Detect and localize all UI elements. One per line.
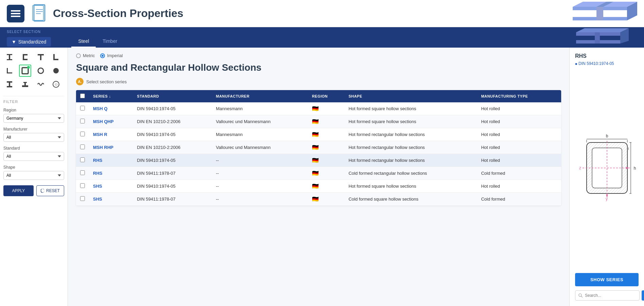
col-shape: SHAPE bbox=[345, 90, 477, 102]
content-area: Metric Imperial Square and Rectangular H… bbox=[68, 48, 569, 306]
rhs-standard: DIN 59410:1974-05 bbox=[575, 61, 639, 66]
table-row: RHS DIN 59410:1974-05 -- 🇩🇪 Hot formed r… bbox=[76, 154, 561, 167]
row-region-3: 🇩🇪 bbox=[308, 141, 345, 154]
row-checkbox-cell[interactable] bbox=[76, 167, 89, 180]
table-row: MSH R DIN 59410:1974-05 Mannesmann 🇩🇪 Ho… bbox=[76, 128, 561, 141]
shape-square-hollow[interactable] bbox=[19, 65, 31, 77]
row-standard-5: DIN 59411:1978-07 bbox=[133, 167, 212, 180]
row-checkbox-0[interactable] bbox=[80, 106, 85, 111]
filter-standard-select[interactable]: All DIN 59410:1974-05 DIN EN 10210-2:200… bbox=[3, 152, 64, 161]
shape-z-section[interactable] bbox=[3, 78, 16, 90]
shape-i-beam[interactable] bbox=[3, 51, 16, 63]
filter-region-select[interactable]: Germany All USA UK bbox=[3, 114, 64, 123]
row-region-1: 🇩🇪 bbox=[308, 115, 345, 128]
row-series-6[interactable]: SHS bbox=[89, 180, 133, 193]
tab-timber[interactable]: Timber bbox=[96, 36, 124, 48]
shape-t-section[interactable] bbox=[35, 51, 47, 63]
apply-button[interactable]: APPLY bbox=[3, 185, 34, 196]
row-series-1[interactable]: MSH QHP bbox=[89, 115, 133, 128]
row-manufacturer-6: -- bbox=[212, 180, 308, 193]
row-checkbox-5[interactable] bbox=[80, 170, 85, 175]
row-shape-2: Hot formed rectangular hollow sections bbox=[345, 128, 477, 141]
row-standard-7: DIN 59411:1978-07 bbox=[133, 193, 212, 206]
svg-text:⚇: ⚇ bbox=[55, 83, 58, 86]
row-checkbox-6[interactable] bbox=[80, 183, 85, 188]
table-row: MSH QHP DIN EN 10210-2:2006 Vallourec un… bbox=[76, 115, 561, 128]
shape-solid-circle[interactable] bbox=[50, 65, 62, 77]
imperial-radio-group: Imperial bbox=[100, 53, 123, 58]
row-standard-4: DIN 59410:1974-05 bbox=[133, 154, 212, 167]
shape-wave[interactable] bbox=[35, 78, 47, 90]
reset-label: RESET bbox=[46, 188, 60, 193]
svg-rect-3 bbox=[11, 16, 20, 17]
row-manufacturing-2: Hot rolled bbox=[477, 128, 561, 141]
row-standard-2: DIN 59410:1974-05 bbox=[133, 128, 212, 141]
select-all-header[interactable] bbox=[76, 90, 89, 102]
col-manufacturing: MANUFACTURING TYPE bbox=[477, 90, 561, 102]
row-region-4: 🇩🇪 bbox=[308, 154, 345, 167]
row-checkbox-cell[interactable] bbox=[76, 180, 89, 193]
col-series[interactable]: SERIES ↓ bbox=[89, 90, 133, 102]
shape-base-plate[interactable] bbox=[19, 78, 31, 90]
page-title: Cross-Section Properties bbox=[53, 7, 183, 20]
book-icon bbox=[31, 3, 48, 24]
row-series-5[interactable]: RHS bbox=[89, 167, 133, 180]
row-checkbox-7[interactable] bbox=[80, 196, 85, 201]
row-series-2[interactable]: MSH R bbox=[89, 128, 133, 141]
row-manufacturer-1: Vallourec und Mannesmann bbox=[212, 115, 308, 128]
show-series-button[interactable]: SHOW SERIES bbox=[575, 273, 639, 286]
reset-button[interactable]: RESET bbox=[36, 185, 64, 196]
svg-point-34 bbox=[53, 68, 59, 73]
right-panel: RHS DIN 59410:1974-05 b h r𝑖 t bbox=[569, 48, 644, 306]
row-series-7[interactable]: SHS bbox=[89, 193, 133, 206]
shape-angle[interactable] bbox=[3, 65, 16, 77]
row-checkbox-cell[interactable] bbox=[76, 102, 89, 115]
svg-rect-1 bbox=[11, 10, 20, 12]
filter-manufacturer-select[interactable]: All Mannesmann Vallourec und Mannesmann bbox=[3, 133, 64, 142]
row-manufacturing-3: Hot rolled bbox=[477, 141, 561, 154]
svg-rect-38 bbox=[22, 85, 28, 87]
metric-radio-group: Metric bbox=[76, 53, 95, 58]
metric-radio[interactable] bbox=[76, 53, 81, 58]
series-header: A. Select section series bbox=[76, 78, 561, 85]
table-row: RHS DIN 59411:1978-07 -- 🇩🇪 Cold formed … bbox=[76, 167, 561, 180]
row-checkbox-cell[interactable] bbox=[76, 141, 89, 154]
svg-text:h: h bbox=[633, 166, 636, 171]
search-row: SEARCH bbox=[575, 290, 639, 301]
row-series-0[interactable]: MSH Q bbox=[89, 102, 133, 115]
shape-l-angle[interactable] bbox=[50, 51, 62, 63]
filter-title: FILTER bbox=[3, 100, 64, 104]
svg-rect-25 bbox=[23, 59, 27, 60]
metric-label: Metric bbox=[83, 53, 95, 58]
row-manufacturer-5: -- bbox=[212, 167, 308, 180]
table-row: SHS DIN 59410:1974-05 -- 🇩🇪 Hot formed s… bbox=[76, 180, 561, 193]
standardized-button[interactable]: ▼ Standardized bbox=[7, 37, 51, 47]
row-checkbox-cell[interactable] bbox=[76, 128, 89, 141]
filter-shape-group: Shape All Square hollow Rectangular holl… bbox=[3, 165, 64, 180]
select-all-checkbox[interactable] bbox=[80, 94, 85, 98]
row-checkbox-cell[interactable] bbox=[76, 115, 89, 128]
row-series-3[interactable]: MSH RHP bbox=[89, 141, 133, 154]
search-input[interactable] bbox=[575, 290, 640, 301]
svg-rect-31 bbox=[7, 68, 8, 73]
filter-shape-select[interactable]: All Square hollow Rectangular hollow bbox=[3, 171, 64, 180]
imperial-radio[interactable] bbox=[100, 53, 105, 58]
search-button[interactable]: SEARCH bbox=[642, 290, 644, 301]
row-region-5: 🇩🇪 bbox=[308, 167, 345, 180]
row-checkbox-2[interactable] bbox=[80, 132, 85, 136]
row-checkbox-cell[interactable] bbox=[76, 193, 89, 206]
shape-custom[interactable]: ⚇ bbox=[50, 78, 62, 90]
select-section-label: SELECT SECTION bbox=[7, 30, 51, 34]
row-manufacturing-4: Hot rolled bbox=[477, 154, 561, 167]
svg-marker-17 bbox=[595, 32, 600, 44]
shape-circular-hollow[interactable] bbox=[35, 65, 47, 77]
row-checkbox-4[interactable] bbox=[80, 157, 85, 162]
row-checkbox-cell[interactable] bbox=[76, 154, 89, 167]
row-checkbox-3[interactable] bbox=[80, 144, 85, 149]
tab-steel[interactable]: Steel bbox=[71, 36, 96, 48]
row-shape-3: Hot formed rectangular hollow sections bbox=[345, 141, 477, 154]
row-series-4[interactable]: RHS bbox=[89, 154, 133, 167]
nav-3d-icon bbox=[569, 27, 637, 48]
shape-channel[interactable] bbox=[19, 51, 31, 63]
row-checkbox-1[interactable] bbox=[80, 119, 85, 123]
